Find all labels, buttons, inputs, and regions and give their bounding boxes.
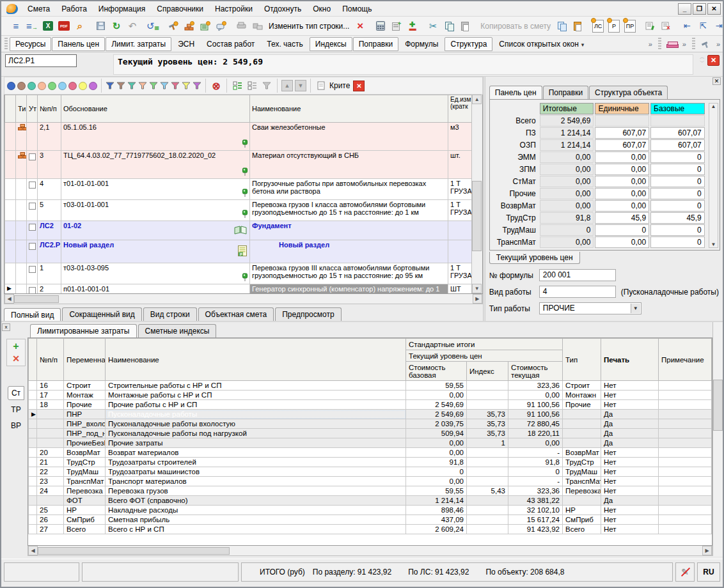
lim-index[interactable]: 35,73 [467,419,508,429]
lim-name[interactable]: Перевозка грузов [106,486,406,496]
lim-base[interactable]: 0,00 [406,438,467,448]
limits-col-num[interactable]: №п/п [37,339,64,381]
new-section-button[interactable]: Р [606,19,622,34]
lim-variable[interactable]: Монтаж [64,391,106,400]
lim-variable[interactable]: Всего [64,525,106,534]
lim-current[interactable]: 91 100,56 [508,410,563,419]
lim-name[interactable]: Всего с НР и СП [106,525,406,534]
view-tab-4[interactable]: Предпросмотр [275,307,341,321]
price-base-value[interactable]: 0 [650,224,705,236]
paste-special-icon[interactable] [570,19,585,34]
table-row[interactable]: ▶ПНРПусконаладочные работы2 549,6935,739… [29,410,712,419]
table-row[interactable]: 24ПеревозкаПеревозка грузов59,555,43323,… [29,486,712,496]
table-row[interactable]: 20ВозврМатВозврат материалов0,00-ВозврМа… [29,448,712,458]
row-checkbox[interactable] [29,224,36,231]
panel-tab-10[interactable]: Список открытых окон▾ [493,37,590,51]
lim-index[interactable]: 35,73 [467,410,508,419]
color-mark-circle-7[interactable] [79,82,87,90]
lim-variable[interactable]: ПрочиеБезПН [64,438,106,448]
limits-col-variable[interactable]: Переменная [64,339,106,381]
lim-print[interactable]: Да [601,429,659,438]
limits-col-type[interactable]: Тип [563,339,601,381]
lim-print[interactable]: Нет [601,486,659,496]
resources-tools-icon[interactable] [166,19,181,34]
price-base-value[interactable]: 607,07 [650,139,705,151]
indent-left-icon[interactable]: ⇤ [679,19,695,34]
table-row[interactable]: ПНР_под_нагПусконаладочные работы под на… [29,429,712,438]
price-base-value[interactable]: 0 [650,188,705,199]
lim-variable[interactable]: Строит [64,381,106,391]
table-row[interactable]: 5т03-01-01-001Перевозка грузов I класса … [5,200,476,221]
lim-name[interactable]: Транспорт материалов [106,477,406,486]
materials-bricks-icon[interactable] [182,19,197,34]
table-row[interactable]: ФОТВсего ФОТ (справочно)1 214,1443 381,2… [29,496,712,506]
criteria-doc-icon[interactable] [315,79,327,93]
lim-base[interactable]: 2 039,75 [406,419,467,429]
scroll-thumb[interactable] [713,380,723,431]
price-total-value[interactable]: 2 549,69 [540,115,594,127]
table-row[interactable]: 16СтроитСтроительные работы с НР и СП59,… [29,381,712,391]
lim-variable[interactable]: Прочие [64,400,106,410]
price-base-value[interactable]: 0 [650,164,705,175]
price-unit-value[interactable]: 0,00 [595,200,649,212]
price-tab-2[interactable]: Структура объекта [589,86,668,99]
copy-icon[interactable] [441,19,457,34]
cell-reference-input[interactable] [5,54,77,67]
row-code[interactable]: 05.1.05.16 [61,123,250,151]
lim-variable[interactable]: ФОТ [64,496,106,506]
price-total-value[interactable]: 1 214,14 [540,127,594,139]
lim-name[interactable]: Трудозатраты строителей [106,458,406,467]
limits-col-index[interactable]: Индекс [467,362,508,381]
lim-current[interactable]: 32 102,10 [508,506,563,515]
tabbar-overflow-chevron[interactable]: » [681,40,688,48]
checked-list-icon[interactable] [231,79,244,93]
row-code[interactable]: 01-02 [61,221,250,240]
outline-levels-icon[interactable]: ≡ [8,19,24,34]
price-total-value[interactable]: 91,8 [540,212,594,224]
row-name[interactable]: Перевозка грузов I класса автомобилями б… [250,200,448,221]
lim-base[interactable]: 59,55 [406,381,467,391]
delete-list-icon[interactable]: × [659,19,674,34]
formula-value-field[interactable]: 200 001 [539,269,616,281]
lim-print[interactable]: Нет [601,525,659,534]
lim-index[interactable] [467,400,508,410]
lim-variable[interactable]: ВозврМат [64,448,106,458]
grid-horizontal-scrollbar[interactable]: ◀ ▶ [4,294,483,304]
lim-current[interactable]: 91 100,56 [508,400,563,410]
keyboard-layout[interactable]: RU [697,562,720,582]
lim-print[interactable]: Да [601,410,659,419]
panel-tab-9[interactable]: Структура [445,37,492,51]
equipment-icon[interactable] [250,19,265,34]
row-checkbox[interactable] [29,287,36,294]
lim-base[interactable]: 2 549,69 [406,400,467,410]
lim-index[interactable] [467,506,508,515]
price-total-value[interactable]: 0,00 [540,151,594,163]
lim-base[interactable]: 437,09 [406,515,467,525]
panel-tab-6[interactable]: Индексы [310,37,352,51]
lim-print[interactable]: Нет [601,458,659,467]
row-name[interactable]: Генератор синхронный (компенсатор) напря… [250,284,448,295]
table-row[interactable]: 23ТранспМатТранспорт материалов0,00-Тран… [29,477,712,486]
move-down-icon[interactable]: ▼ [295,80,306,91]
table-row[interactable]: ▶2п01-01-001-01Генератор синхронный (ком… [5,284,476,295]
lim-name[interactable]: Прочие работы с НР и СП [106,400,406,410]
lim-index[interactable]: 35,73 [467,429,508,438]
lim-current[interactable]: 15 617,24 [508,515,563,525]
price-base-value[interactable]: 0 [650,176,705,187]
grid-vertical-scrollbar[interactable]: ▲ ▼ [471,95,482,293]
menu-item-5[interactable]: Отдохнуть [258,3,307,15]
lim-name[interactable]: Пусконаладочные работы [106,410,406,419]
price-total-value[interactable]: 0,00 [540,188,594,199]
row-name[interactable]: Сваи железобетонные [250,123,448,151]
table-row[interactable]: 3ТЦ_64.4.03.02_77_7719775602_18.02.2020_… [5,151,476,179]
scroll-thumb[interactable] [38,547,230,555]
table-row[interactable]: 27ВсегоВсего с НР и СП2 609,2491 423,92В… [29,525,712,534]
col-header-ut[interactable]: Ут [27,95,38,123]
row-name[interactable]: Материал отсутствующий в СНБ [250,151,448,179]
search-icon[interactable]: ⌕ [72,19,88,34]
lim-print[interactable]: Да [601,496,659,506]
lim-base[interactable]: 59,55 [406,486,467,496]
lim-variable[interactable]: ТрудСтр [64,458,106,467]
save-icon[interactable] [93,19,108,34]
table-row[interactable]: 4т01-01-01-001Погрузочные работы при авт… [5,179,476,200]
